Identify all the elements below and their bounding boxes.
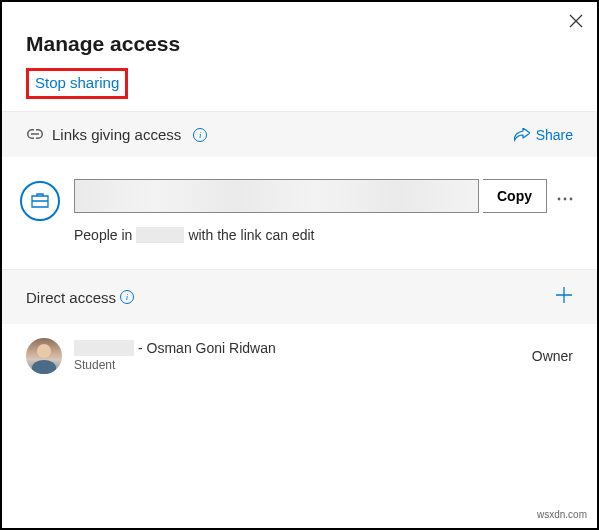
person-row: - Osman Goni Ridwan Student Owner — [2, 324, 597, 388]
avatar — [26, 338, 62, 374]
link-icon — [26, 127, 44, 143]
dialog-title: Manage access — [26, 32, 573, 56]
person-name: - Osman Goni Ridwan — [74, 340, 520, 356]
link-block: Copy People in with the link can edit — [2, 157, 597, 269]
briefcase-icon — [31, 193, 49, 209]
share-button-label: Share — [536, 127, 573, 143]
close-button[interactable] — [569, 12, 583, 33]
svg-point-0 — [558, 198, 561, 201]
watermark: wsxdn.com — [537, 509, 587, 520]
links-section: Links giving access i Share Copy People … — [2, 111, 597, 269]
direct-access-title: Direct access — [26, 289, 116, 306]
share-button[interactable]: Share — [514, 127, 573, 143]
link-row: Copy — [74, 179, 579, 213]
share-link-input[interactable] — [74, 179, 479, 213]
stop-sharing-highlight: Stop sharing — [26, 68, 128, 99]
add-direct-access-button[interactable] — [555, 284, 573, 310]
info-icon[interactable]: i — [193, 128, 207, 142]
ellipsis-icon — [557, 197, 573, 201]
link-more-button[interactable] — [551, 187, 579, 205]
person-info: - Osman Goni Ridwan Student — [74, 340, 520, 372]
permission-label: Owner — [532, 348, 573, 364]
links-section-title: Links giving access — [52, 126, 181, 143]
share-icon — [514, 128, 530, 142]
plus-icon — [555, 286, 573, 304]
svg-point-2 — [570, 198, 573, 201]
org-link-icon — [20, 181, 60, 221]
person-role: Student — [74, 358, 520, 372]
redacted-name — [74, 340, 134, 356]
info-icon[interactable]: i — [120, 290, 134, 304]
redacted-org — [136, 227, 184, 243]
links-section-header: Links giving access i Share — [2, 112, 597, 157]
svg-point-1 — [564, 198, 567, 201]
copy-button[interactable]: Copy — [483, 179, 547, 213]
close-icon — [569, 14, 583, 28]
dialog-header: Manage access Stop sharing — [2, 2, 597, 111]
stop-sharing-button[interactable]: Stop sharing — [35, 74, 119, 91]
link-description: People in with the link can edit — [74, 227, 579, 243]
direct-access-header: Direct access i — [2, 269, 597, 324]
